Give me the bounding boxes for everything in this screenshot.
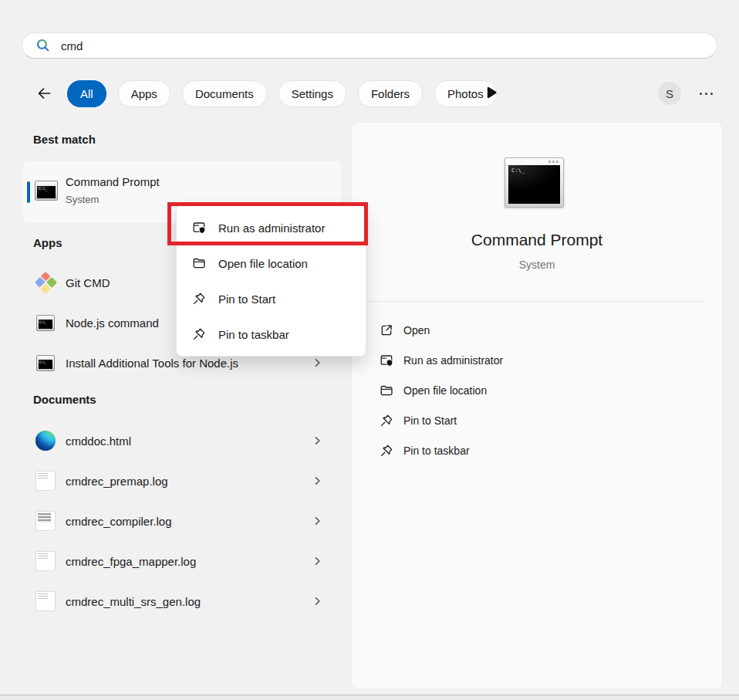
folder-icon — [380, 384, 393, 397]
result-label: cmdrec_multi_srs_gen.log — [66, 595, 201, 608]
search-icon — [35, 38, 51, 53]
result-row-cmdrec-multi-srs-gen-log[interactable]: cmdrec_multi_srs_gen.log — [23, 581, 341, 621]
action-label: Pin to Start — [403, 414, 457, 427]
preview-action-pin-to-start[interactable]: Pin to Start — [352, 405, 722, 435]
result-label: cmdrec_premap.log — [66, 475, 168, 488]
command-prompt-large-icon: C:\_ — [504, 157, 564, 208]
chevron-right-icon[interactable] — [312, 556, 322, 566]
chevron-right-icon[interactable] — [312, 476, 322, 486]
filter-tab-all[interactable]: All — [67, 80, 106, 107]
menu-item-label: Pin to taskbar — [218, 328, 289, 341]
result-label: Install Additional Tools for Node.js — [66, 357, 238, 370]
action-label: Open file location — [403, 384, 487, 397]
best-match-subtitle: System — [66, 194, 99, 205]
log-file-icon — [35, 591, 56, 611]
preview-action-run-as-administrator[interactable]: Run as administrator — [352, 345, 722, 375]
preview-action-open-file-location[interactable]: Open file location — [352, 375, 722, 405]
context-menu-item-pin-to-start[interactable]: Pin to Start — [177, 281, 366, 316]
preview-title: Command Prompt — [352, 231, 722, 249]
taskbar-edge — [0, 695, 739, 700]
filter-tab-folders[interactable]: Folders — [358, 80, 423, 107]
context-menu: Run as administrator Open file location … — [176, 204, 366, 357]
best-match-heading: Best match — [33, 133, 96, 146]
filter-tabs: All Apps Documents Settings Folders Phot… — [67, 80, 497, 107]
result-row-cmddoc-html[interactable]: cmddoc.html — [23, 421, 341, 461]
open-external-icon — [380, 323, 393, 337]
filter-tab-settings[interactable]: Settings — [278, 80, 346, 107]
result-label: cmddoc.html — [66, 435, 131, 448]
search-bar[interactable]: cmd — [22, 32, 717, 59]
play-triangle-icon — [486, 86, 498, 100]
edge-browser-icon — [35, 431, 56, 451]
back-arrow-icon — [35, 85, 52, 102]
run-as-admin-icon — [192, 221, 206, 235]
command-prompt-icon: C:\_ — [36, 355, 55, 371]
context-menu-item-open-file-location[interactable]: Open file location — [177, 245, 366, 281]
log-file-icon — [35, 511, 56, 531]
folder-icon — [192, 256, 206, 270]
chevron-right-icon[interactable] — [312, 597, 322, 607]
command-prompt-icon: C:\_ — [35, 181, 58, 201]
result-row-cmdrec-compiler-log[interactable]: cmdrec_compiler.log — [23, 501, 341, 541]
preview-subtitle: System — [352, 259, 722, 271]
pin-icon — [380, 444, 393, 458]
chevron-right-icon[interactable] — [312, 358, 322, 368]
preview-actions: Open Run as administrator — [352, 315, 722, 465]
command-prompt-icon: C:\_ — [36, 315, 55, 331]
pin-icon — [192, 327, 206, 341]
result-label: Git CMD — [66, 276, 110, 289]
result-row-cmdrec-premap-log[interactable]: cmdrec_premap.log — [23, 461, 341, 501]
apps-heading: Apps — [33, 236, 62, 249]
search-input[interactable]: cmd — [61, 39, 83, 52]
log-file-icon — [35, 551, 56, 571]
chevron-right-icon[interactable] — [312, 516, 322, 526]
preview-action-open[interactable]: Open — [352, 315, 722, 345]
run-as-admin-icon — [380, 353, 393, 367]
back-button[interactable] — [34, 83, 54, 103]
pin-icon — [380, 414, 393, 428]
pin-icon — [192, 292, 206, 306]
action-label: Run as administrator — [403, 354, 503, 367]
context-menu-item-pin-to-taskbar[interactable]: Pin to taskbar — [177, 316, 366, 352]
result-row-cmdrec-fpga-mapper-log[interactable]: cmdrec_fpga_mapper.log — [23, 541, 341, 581]
context-menu-item-run-as-administrator[interactable]: Run as administrator — [177, 210, 366, 245]
git-cmd-icon — [35, 272, 56, 293]
menu-item-label: Open file location — [218, 257, 308, 270]
ellipsis-icon — [700, 93, 713, 95]
result-label: cmdrec_compiler.log — [66, 515, 172, 528]
filter-tab-documents[interactable]: Documents — [182, 80, 267, 107]
preview-pane: C:\_ Command Prompt System Open — [351, 122, 723, 689]
action-label: Open — [403, 324, 430, 336]
action-label: Pin to taskbar — [403, 445, 470, 457]
menu-item-label: Pin to Start — [218, 293, 275, 306]
result-label: Node.js command — [66, 316, 159, 330]
menu-item-label: Run as administrator — [218, 221, 325, 235]
overflow-menu-button[interactable] — [695, 86, 717, 101]
selection-accent-bar — [27, 181, 30, 203]
best-match-title: Command Prompt — [66, 175, 160, 188]
documents-heading: Documents — [33, 393, 96, 406]
chevron-right-icon[interactable] — [312, 436, 322, 446]
result-label: cmdrec_fpga_mapper.log — [66, 555, 196, 568]
log-file-icon — [35, 471, 56, 491]
more-filters-button[interactable] — [486, 86, 498, 100]
divider — [369, 301, 705, 302]
filter-tab-apps[interactable]: Apps — [118, 80, 170, 107]
account-avatar[interactable]: S — [658, 82, 681, 105]
preview-action-pin-to-taskbar[interactable]: Pin to taskbar — [352, 435, 722, 465]
